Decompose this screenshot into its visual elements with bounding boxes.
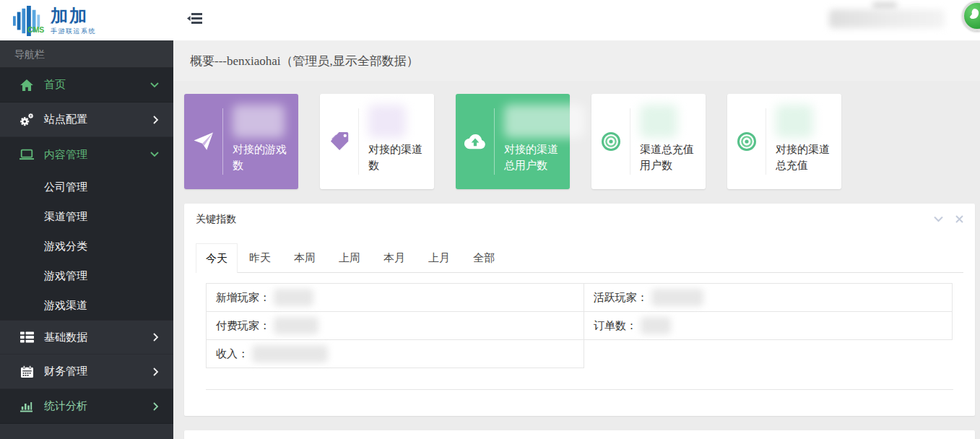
sidebar-item-game-channel[interactable]: 游戏渠道: [0, 290, 173, 320]
sidebar-item-statistics[interactable]: 统计分析: [0, 389, 173, 424]
user-name-blur: [829, 9, 945, 28]
tab-yesterday[interactable]: 昨天: [238, 243, 282, 272]
tab-last-week[interactable]: 上周: [327, 243, 372, 272]
support-chat-button[interactable]: [962, 1, 980, 31]
sidebar: 导航栏 首页: [0, 40, 173, 439]
database-icon: [19, 331, 35, 343]
home-icon: [19, 79, 35, 91]
app-logo: CMS 加加 手游联运系统: [12, 6, 96, 36]
metric-label: 付费玩家：: [216, 319, 270, 333]
stat-card-recharge-users: 渠道总充值用户数: [591, 94, 706, 189]
bar-chart-icon: [19, 401, 35, 412]
metric-value-blur: [274, 289, 313, 306]
chevron-right-icon: [153, 333, 159, 342]
metric-label: 新增玩家：: [216, 291, 270, 305]
stat-card-label: 对接的渠道数: [368, 142, 433, 173]
sidebar-item-label: 财务管理: [44, 365, 87, 378]
content-area: 对接的游戏数 对接的渠道数: [173, 81, 980, 439]
stat-card-label: 对接的游戏数: [233, 142, 297, 173]
sidebar-item-game-mgmt[interactable]: 游戏管理: [0, 261, 173, 290]
sidebar-nav-label: 导航栏: [0, 40, 173, 68]
stat-card-total-users: 对接的渠道总用户数: [456, 94, 570, 189]
tab-today[interactable]: 今天: [196, 243, 238, 273]
metric-paying-players: 付费玩家：: [206, 311, 584, 340]
next-panel-stub: [184, 430, 975, 439]
metric-value-blur: [252, 345, 328, 362]
stat-value-blur: [233, 105, 285, 138]
sidebar-item-company-mgmt[interactable]: 公司管理: [0, 172, 173, 201]
main-area: 概要---benxiaohai（管理员,显示全部数据） 对接的游戏数: [173, 40, 980, 439]
stat-card-total-recharge: 对接的渠道总充值: [727, 94, 841, 189]
metric-value-blur: [274, 317, 318, 334]
brand-subtitle: 手游联运系统: [51, 28, 96, 35]
sidebar-item-site-config[interactable]: 站点配置: [0, 103, 173, 137]
sidebar-item-label: 基础数据: [44, 331, 87, 344]
bullseye-icon: [591, 94, 630, 189]
user-account-area[interactable]: [829, 4, 948, 33]
panel-close-icon[interactable]: [955, 215, 963, 223]
time-range-tabs: 今天 昨天 本周 上周 本月 上月 全部: [196, 243, 963, 273]
sidebar-item-finance-mgmt[interactable]: 财务管理: [0, 355, 173, 389]
sidebar-item-base-data[interactable]: 基础数据: [0, 320, 173, 355]
chevron-right-icon: [153, 402, 159, 411]
user-name-blur-small: [872, 2, 897, 9]
stat-value-blur: [504, 105, 585, 138]
metrics-table: 新增玩家： 付费玩家： 收入： 活跃玩家：: [206, 283, 953, 369]
stat-value-blur: [640, 105, 677, 138]
metric-label: 收入：: [216, 347, 248, 361]
tab-content-divider: [206, 389, 953, 390]
stat-value-blur: [368, 105, 406, 138]
tags-icon: [320, 94, 358, 189]
tab-last-month[interactable]: 上月: [417, 243, 461, 272]
metric-empty-cell: [584, 340, 953, 369]
sidebar-item-label: 站点配置: [44, 113, 87, 126]
stat-cards-row: 对接的游戏数 对接的渠道数: [184, 94, 975, 189]
top-bar: CMS 加加 手游联运系统: [0, 0, 980, 40]
stat-card-channels: 对接的渠道数: [320, 94, 434, 189]
page-title-bar: 概要---benxiaohai（管理员,显示全部数据）: [173, 40, 980, 81]
stat-card-label: 渠道总充值用户数: [640, 142, 704, 173]
metric-value-blur: [651, 289, 703, 306]
metric-order-count: 订单数：: [584, 311, 953, 340]
bullseye-icon: [727, 94, 766, 189]
key-index-panel: 关键指数 今天 昨天 本周 上周 本月 上月 全部: [184, 204, 975, 416]
sidebar-submenu-content: 公司管理 渠道管理 游戏分类 游戏管理 游戏渠道: [0, 172, 173, 320]
sidebar-item-label: 统计分析: [44, 399, 87, 413]
panel-title: 关键指数: [196, 213, 236, 226]
sidebar-item-channel-mgmt[interactable]: 渠道管理: [0, 201, 173, 231]
paper-plane-icon: [184, 94, 222, 189]
logo-cms-badge: CMS: [27, 25, 44, 34]
brand-name: 加加: [51, 6, 96, 25]
gears-icon: [19, 113, 35, 127]
sidebar-collapse-icon[interactable]: [187, 12, 203, 25]
metric-revenue: 收入：: [206, 339, 584, 368]
tab-this-month[interactable]: 本月: [372, 243, 417, 272]
laptop-icon: [19, 149, 35, 160]
chevron-right-icon: [153, 116, 159, 124]
stat-value-blur: [776, 105, 813, 138]
chevron-down-icon: [150, 152, 159, 157]
stat-card-games: 对接的游戏数: [184, 94, 298, 189]
metric-new-players: 新增玩家：: [206, 283, 584, 312]
stat-card-label: 对接的渠道总用户数: [504, 142, 568, 173]
tab-all[interactable]: 全部: [461, 243, 506, 272]
sidebar-item-game-category[interactable]: 游戏分类: [0, 231, 173, 261]
tab-this-week[interactable]: 本周: [282, 243, 327, 272]
sidebar-item-label: 首页: [44, 78, 66, 92]
stat-card-label: 对接的渠道总充值: [776, 142, 840, 173]
metric-value-blur: [641, 317, 671, 334]
chevron-down-icon: [150, 82, 159, 88]
metric-active-players: 活跃玩家：: [584, 283, 953, 312]
panel-collapse-icon[interactable]: [934, 216, 943, 222]
metric-label: 活跃玩家：: [594, 291, 648, 305]
cloud-upload-icon: [456, 94, 494, 189]
sidebar-item-content-mgmt[interactable]: 内容管理: [0, 137, 173, 172]
chevron-right-icon: [153, 368, 159, 376]
sidebar-item-label: 内容管理: [44, 148, 87, 162]
sidebar-item-home[interactable]: 首页: [0, 68, 173, 103]
page-title: 概要---benxiaohai（管理员,显示全部数据）: [190, 53, 419, 69]
metric-label: 订单数：: [594, 319, 637, 333]
chat-glyph-icon: [967, 7, 980, 22]
panel-header: 关键指数: [184, 204, 975, 235]
logo-building-icon: CMS: [12, 6, 45, 36]
